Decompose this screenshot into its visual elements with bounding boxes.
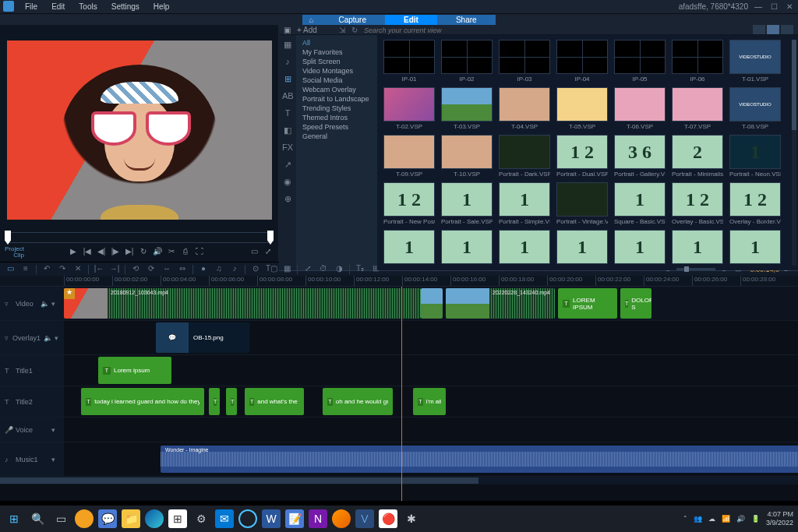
template-thumbnail[interactable]: 1 [729, 230, 781, 266]
menu-file[interactable]: File [19, 1, 44, 12]
firefox-icon[interactable] [332, 509, 351, 528]
template-thumbnail[interactable]: 1 2Portrait - Dual.VSP [556, 135, 608, 178]
explorer-icon[interactable]: 📁 [122, 509, 140, 528]
tracking-tab-icon[interactable]: ⊕ [282, 194, 293, 205]
minimize-button[interactable]: — [753, 2, 764, 11]
timeline-ruler[interactable]: 00:00:00:0000:00:02:0000:00:04:0000:00:0… [0, 276, 798, 287]
menu-settings[interactable]: Settings [105, 1, 146, 12]
view-grid-button[interactable] [767, 25, 779, 34]
settings-icon[interactable]: ⚙ [192, 509, 210, 528]
category-item[interactable]: Trending Styles [298, 104, 376, 113]
template-thumbnail[interactable]: T-02.VSP [383, 87, 435, 130]
store-icon[interactable]: ⊞ [168, 509, 187, 528]
sound-tab-icon[interactable]: ♪ [282, 57, 293, 68]
redo-button[interactable]: ↷ [57, 264, 68, 275]
template-thumbnail[interactable]: 1Portrait - Sale.VSP [441, 182, 493, 225]
word-icon[interactable]: W [262, 509, 281, 528]
template-thumbnail[interactable]: T-03.VSP [441, 87, 493, 130]
playhead[interactable] [401, 287, 402, 501]
template-thumbnail[interactable]: T-07.VSP [672, 87, 723, 130]
tray-wifi-icon[interactable]: 📶 [722, 515, 730, 523]
view-options-button[interactable] [781, 25, 793, 34]
tab-capture[interactable]: Capture [320, 15, 385, 25]
cortana-icon[interactable] [238, 509, 257, 528]
preview-scrubber[interactable] [9, 232, 269, 243]
template-thumbnail[interactable]: 1Portrait - Neon.VSP [729, 135, 781, 178]
template-thumbnail[interactable]: 1 2Overlay - Basic.VSP [672, 182, 723, 225]
library-import-icon[interactable]: ⇲ [339, 26, 345, 34]
track-menu-icon[interactable]: ▾ [51, 300, 59, 308]
marker-start-button[interactable]: |← [94, 264, 104, 275]
storyboard-view-button[interactable]: ▭ [5, 264, 16, 275]
notepad-icon[interactable]: 📝 [285, 509, 304, 528]
tab-home[interactable]: ⌂ [302, 15, 320, 25]
time-remap-button[interactable]: ⏱ [318, 264, 329, 275]
goto-end-button[interactable]: ▶| [124, 247, 135, 258]
edge-icon[interactable] [145, 509, 164, 528]
slack-icon[interactable]: ✱ [402, 509, 421, 528]
template-thumbnail[interactable]: 1 [672, 230, 723, 266]
taskview-icon[interactable]: ▭ [51, 509, 70, 528]
undo-button[interactable]: ↶ [41, 264, 52, 275]
video-clip[interactable]: TDOLOR S [620, 288, 651, 319]
close-button[interactable]: ✕ [784, 2, 795, 11]
video-clip[interactable]: 20220228_143240.mp4 [446, 288, 555, 319]
expand-button[interactable]: ⤢ [263, 247, 274, 258]
category-item[interactable]: General [298, 132, 376, 141]
auto-music-button[interactable]: ♪ [229, 264, 240, 275]
video-clip[interactable] [421, 288, 443, 319]
category-item[interactable]: Portrait to Landscape [298, 94, 376, 104]
marker-end-button[interactable]: →| [109, 264, 120, 275]
motion-track-button[interactable]: ⊙ [250, 264, 261, 275]
library-add-button[interactable]: + Add [297, 26, 317, 34]
volume-button[interactable]: 🔊 [152, 247, 163, 258]
template-thumbnail[interactable]: 1 2Portrait - New Post.VSP [383, 182, 435, 225]
templates-tab-icon[interactable]: ⊞ [282, 74, 293, 85]
record-button[interactable]: ● [198, 264, 209, 275]
template-thumbnail[interactable]: IP-05 [614, 40, 666, 83]
chat-icon[interactable]: 💬 [98, 509, 117, 528]
menu-edit[interactable]: Edit [45, 1, 71, 12]
fx-tab-icon[interactable]: FX [282, 143, 293, 153]
onenote-icon[interactable]: N [309, 509, 327, 528]
video-clip[interactable]: TLOREM IPSUM [558, 288, 617, 319]
play-button[interactable]: ▶ [68, 247, 79, 258]
title-clip[interactable]: Tand what's the worst tha [245, 388, 304, 415]
template-thumbnail[interactable]: Portrait - Dark.VSP [499, 135, 550, 178]
tab-share[interactable]: Share [437, 15, 496, 25]
title-clip[interactable]: Ti'm all of [413, 388, 446, 415]
library-scrollbar[interactable] [792, 40, 796, 266]
delete-button[interactable]: ✕ [72, 264, 83, 275]
title-clip[interactable]: Ttoday i learned guard and how do they m… [81, 388, 204, 415]
category-item[interactable]: Speed Presets [298, 122, 376, 132]
transitions-tab-icon[interactable]: AB [282, 91, 293, 102]
title-clip[interactable]: T [226, 388, 237, 415]
title-clip[interactable]: T [209, 388, 220, 415]
fullscreen-button[interactable]: ⛶ [194, 247, 205, 258]
category-item[interactable]: Video Montages [298, 66, 376, 76]
category-item[interactable]: Social Media [298, 76, 376, 85]
titles-tab-icon[interactable]: T [282, 108, 293, 119]
template-thumbnail[interactable]: 3 6Portrait - Gallery.VSP [614, 135, 666, 178]
subtitle-button[interactable]: T▢ [266, 264, 277, 275]
template-thumbnail[interactable]: T-06.VSP [614, 87, 666, 130]
template-thumbnail[interactable]: T-04.VSP [499, 87, 550, 130]
tray-chevron-icon[interactable]: ˄ [683, 515, 687, 523]
template-thumbnail[interactable]: T-10.VSP [441, 135, 493, 178]
stretch-button[interactable]: ⇔ [177, 264, 188, 275]
start-button[interactable]: ⊞ [5, 509, 23, 528]
weather-icon[interactable] [75, 509, 94, 528]
goto-start-button[interactable]: |◀ [82, 247, 93, 258]
menu-help[interactable]: Help [147, 1, 176, 12]
outlook-icon[interactable]: ✉ [215, 509, 234, 528]
tab-edit[interactable]: Edit [385, 15, 437, 25]
next-frame-button[interactable]: |▶ [110, 247, 121, 258]
template-thumbnail[interactable]: IP-02 [441, 40, 493, 83]
ar-tab-icon[interactable]: ◉ [282, 177, 293, 188]
template-thumbnail[interactable]: IP-06 [672, 40, 723, 83]
category-item[interactable]: All [298, 38, 376, 48]
template-thumbnail[interactable]: 1 [614, 230, 666, 266]
template-thumbnail[interactable]: VIDEOSTUDIOT-01.VSP [729, 40, 781, 83]
app-icon[interactable]: 🔴 [379, 509, 397, 528]
media-tab-icon[interactable]: ▦ [282, 40, 293, 51]
